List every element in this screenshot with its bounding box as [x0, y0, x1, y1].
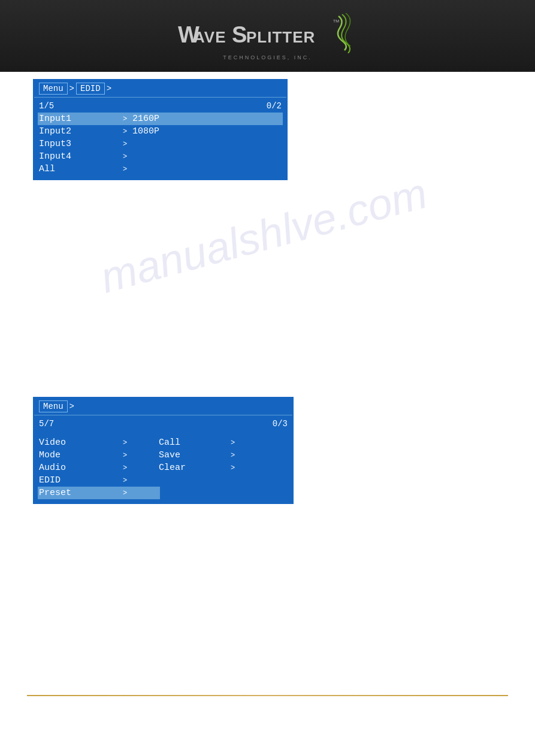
menu-label-save: Save [159, 450, 231, 460]
menu-arrow-preset: > [123, 489, 132, 497]
col-right: Call > Save > Clear > [159, 436, 288, 499]
breadcrumb-sep-1: > [107, 84, 111, 93]
logo-subtitle: TECHNOLOGIES, INC. [223, 54, 312, 60]
menu-label-input2: Input2 [39, 126, 123, 136]
panel-top-counter: 1/5 0/2 [39, 100, 282, 113]
menu-arrow-video: > [123, 439, 132, 447]
panel-bottom-counter: 5/7 0/3 [39, 418, 288, 430]
menu-arrow-input2: > [123, 127, 132, 136]
svg-text:PLITTER: PLITTER [246, 28, 315, 46]
footer-line [27, 695, 508, 696]
panel-bottom-header: 5/7 0/3 [34, 415, 292, 434]
counter-sub: 0/2 [267, 101, 282, 111]
menu-label-clear: Clear [159, 463, 231, 473]
counter-bottom-current: 5/7 [39, 419, 54, 429]
menu-row-audio[interactable]: Audio > [39, 462, 159, 474]
watermark: manualshlve.com [95, 167, 433, 303]
svg-text:AVE: AVE [194, 28, 226, 46]
logo-svg: W AVE S PLITTER ™ [178, 11, 358, 53]
menu-label-video: Video [39, 438, 123, 448]
menu-row-mode[interactable]: Mode > [39, 449, 159, 462]
logo-main-row: W AVE S PLITTER ™ [178, 11, 358, 53]
menu-row-call[interactable]: Call > [159, 436, 288, 449]
logo-wrapper: W AVE S PLITTER ™ TECHNOLOGIES, INC. [178, 11, 358, 60]
counter-current: 1/5 [39, 101, 54, 111]
counter-bottom-sub: 0/3 [273, 419, 288, 429]
menu-label-preset: Preset [39, 488, 123, 498]
col-left: Video > Mode > Audio > EDID > Preset > [39, 436, 159, 499]
menu-arrow-edid: > [123, 476, 132, 485]
menu-label-all: All [39, 164, 123, 174]
menu-row-save[interactable]: Save > [159, 449, 288, 462]
menu-row-input2[interactable]: Input2 > 1080P [39, 125, 282, 138]
menu-label-edid: EDID [39, 475, 123, 485]
header: W AVE S PLITTER ™ TECHNOLOGIES, INC. [0, 0, 535, 72]
menu-row-edid[interactable]: EDID > [39, 474, 159, 487]
menu-arrow-all: > [123, 165, 132, 174]
panel-menu: Menu > 5/7 0/3 Video > Mode > Audio > [33, 397, 294, 504]
breadcrumb-menu-bottom: Menu [39, 400, 68, 412]
breadcrumb-bottom: Menu > [34, 398, 292, 415]
menu-label-call: Call [159, 438, 231, 448]
panel-top-content: 1/5 0/2 Input1 > 2160P Input2 > 1080P In… [34, 98, 286, 179]
menu-row-video[interactable]: Video > [39, 436, 159, 449]
menu-label-mode: Mode [39, 450, 123, 460]
menu-arrow-input4: > [123, 153, 132, 161]
menu-row-input4[interactable]: Input4 > [39, 150, 282, 163]
menu-arrow-clear: > [231, 464, 240, 472]
menu-label-input1: Input1 [39, 114, 123, 124]
menu-row-preset[interactable]: Preset > [38, 487, 160, 499]
menu-value-input1: 2160P [132, 114, 282, 124]
menu-label-input3: Input3 [39, 139, 123, 149]
breadcrumb-top: Menu > EDID > [34, 80, 286, 98]
menu-arrow-call: > [231, 439, 240, 447]
menu-arrow-save: > [231, 451, 240, 460]
svg-text:S: S [232, 22, 247, 47]
menu-row-input3[interactable]: Input3 > [39, 138, 282, 150]
breadcrumb-edid: EDID [76, 83, 105, 95]
menu-row-input1[interactable]: Input1 > 2160P [38, 113, 283, 125]
panel-edid: Menu > EDID > 1/5 0/2 Input1 > 2160P Inp… [33, 79, 288, 180]
menu-row-clear[interactable]: Clear > [159, 462, 288, 474]
menu-arrow-input3: > [123, 140, 132, 148]
menu-arrow-mode: > [123, 451, 132, 460]
breadcrumb-sep-0: > [69, 84, 74, 93]
panel-bottom-columns: Video > Mode > Audio > EDID > Preset > [34, 434, 292, 503]
menu-row-all[interactable]: All > [39, 163, 282, 175]
menu-label-audio: Audio [39, 463, 123, 473]
menu-arrow-input1: > [123, 115, 132, 123]
breadcrumb-menu: Menu [39, 83, 68, 95]
svg-text:™: ™ [333, 18, 340, 26]
menu-arrow-audio: > [123, 464, 132, 472]
breadcrumb-sep-bottom: > [69, 402, 74, 411]
menu-value-input2: 1080P [132, 126, 282, 136]
menu-label-input4: Input4 [39, 151, 123, 162]
